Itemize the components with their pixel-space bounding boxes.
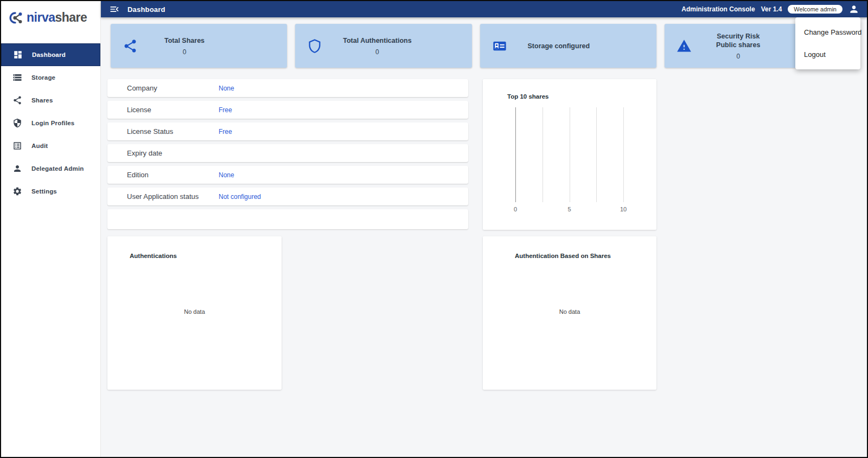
stat-cards-row: Total Shares 0 Total Authentications 0: [111, 24, 841, 68]
sidebar-item-settings[interactable]: Settings: [1, 180, 100, 203]
sidebar-item-label: Shares: [31, 97, 53, 104]
sidebar-item-label: Delegated Admin: [31, 165, 84, 172]
sidebar-item-storage[interactable]: Storage: [1, 66, 100, 89]
no-data-label: No data: [107, 308, 282, 315]
stat-value: 0: [712, 53, 764, 60]
info-label: License Status: [107, 127, 219, 136]
stat-card-storage-configured: Storage configured: [480, 24, 656, 68]
gridline: [623, 107, 624, 202]
sidebar-item-label: Storage: [31, 74, 55, 81]
brand-wordmark: nirvashare: [27, 10, 87, 25]
stat-value: 0: [158, 48, 210, 56]
info-label: Edition: [107, 171, 219, 179]
chart-title: Authentications: [130, 253, 177, 259]
info-label: Company: [107, 84, 219, 92]
info-value: Free: [219, 128, 232, 136]
info-row-company: Company None: [107, 79, 468, 97]
topbar-right: Administration Console Ver 1.4 Welcome a…: [681, 4, 859, 15]
info-row-user-application-status: User Application status Not configured: [107, 188, 468, 205]
info-label: License: [107, 106, 219, 114]
sidebar-item-label: Login Profiles: [31, 120, 74, 126]
user-account-button[interactable]: [848, 4, 859, 15]
x-tick-label: 0: [514, 206, 517, 212]
user-dropdown-menu: Change Password Logout: [795, 17, 860, 69]
menu-open-icon: [109, 4, 120, 15]
info-label: Expiry date: [107, 149, 219, 157]
dashboard-icon: [13, 50, 23, 60]
gear-icon: [12, 186, 22, 196]
stat-title: Total Authentications: [343, 36, 411, 45]
top-10-shares-chart-card: Top 10 shares 0 5 10: [483, 79, 656, 230]
info-value: Free: [219, 106, 232, 114]
info-row-license: License Free: [107, 101, 468, 119]
gridline: [570, 107, 570, 202]
no-data-label: No data: [483, 308, 656, 315]
share-icon: [12, 95, 22, 105]
info-value: Not configured: [219, 193, 261, 201]
info-value: None: [219, 85, 234, 92]
sidebar-item-label: Audit: [31, 143, 48, 149]
authentication-based-on-shares-chart-card: Authentication Based on Shares No data: [483, 236, 656, 390]
gridline: [542, 107, 543, 202]
sidebar: nirvashare Dashboard Storage Shares Logi…: [1, 1, 101, 457]
stat-title: Storage configured: [528, 42, 590, 50]
sidebar-item-login-profiles[interactable]: Login Profiles: [1, 112, 100, 134]
list-alt-icon: [12, 141, 22, 151]
info-panel-filler: [107, 209, 468, 229]
console-label: Administration Console: [681, 5, 755, 13]
welcome-admin-badge[interactable]: Welcome admin: [788, 5, 843, 14]
stat-value: 0: [343, 48, 411, 56]
info-row-edition: Edition None: [107, 166, 468, 184]
sidebar-item-dashboard[interactable]: Dashboard: [1, 43, 100, 66]
shield-outline-icon: [307, 38, 322, 54]
sidebar-nav: Dashboard Storage Shares Login Profiles …: [1, 43, 100, 203]
storage-icon: [12, 73, 22, 82]
stat-card-total-authentications: Total Authentications 0: [295, 24, 471, 68]
share-icon: [123, 38, 138, 54]
stat-subtitle: Public shares: [712, 41, 764, 49]
gridline: [596, 107, 597, 202]
x-tick-label: 10: [620, 206, 627, 212]
chart-title: Authentication Based on Shares: [515, 253, 611, 259]
sidebar-item-shares[interactable]: Shares: [1, 89, 100, 112]
x-tick-label: 5: [567, 206, 571, 212]
info-label: User Application status: [107, 192, 219, 201]
nirvashare-logo-icon: [8, 9, 24, 25]
brand-logo[interactable]: nirvashare: [1, 1, 100, 34]
license-info-panel: Company None License Free License Status…: [107, 79, 468, 229]
info-row-license-status: License Status Free: [107, 122, 468, 140]
nirvashare-admin-console: nirvashare Dashboard Storage Shares Logi…: [0, 0, 868, 458]
stat-title: Total Shares: [158, 36, 210, 45]
menu-toggle-button[interactable]: [108, 3, 120, 15]
bar-chart-plot-area: 0 5 10: [515, 107, 623, 202]
menu-item-logout[interactable]: Logout: [795, 43, 860, 66]
version-label: Ver 1.4: [761, 5, 782, 13]
info-row-expiry-date: Expiry date: [107, 144, 468, 162]
shield-icon: [12, 118, 22, 128]
sidebar-item-label: Settings: [31, 188, 57, 195]
sidebar-item-delegated-admin[interactable]: Delegated Admin: [1, 157, 100, 180]
stat-title: Security Risk: [712, 32, 764, 41]
person-icon: [12, 164, 22, 173]
sidebar-item-audit[interactable]: Audit: [1, 134, 100, 157]
page-title: Dashboard: [127, 5, 165, 14]
person-icon: [848, 4, 859, 15]
topbar: Dashboard Administration Console Ver 1.4…: [101, 1, 867, 17]
authentications-chart-card: Authentications No data: [107, 236, 282, 390]
sidebar-item-label: Dashboard: [32, 51, 66, 58]
warning-icon: [676, 38, 692, 54]
chart-title: Top 10 shares: [507, 93, 549, 100]
contact-card-icon: [492, 38, 507, 54]
menu-item-change-password[interactable]: Change Password: [795, 21, 860, 43]
stat-card-total-shares: Total Shares 0: [111, 24, 287, 68]
info-value: None: [219, 171, 234, 179]
gridline: [515, 107, 516, 202]
